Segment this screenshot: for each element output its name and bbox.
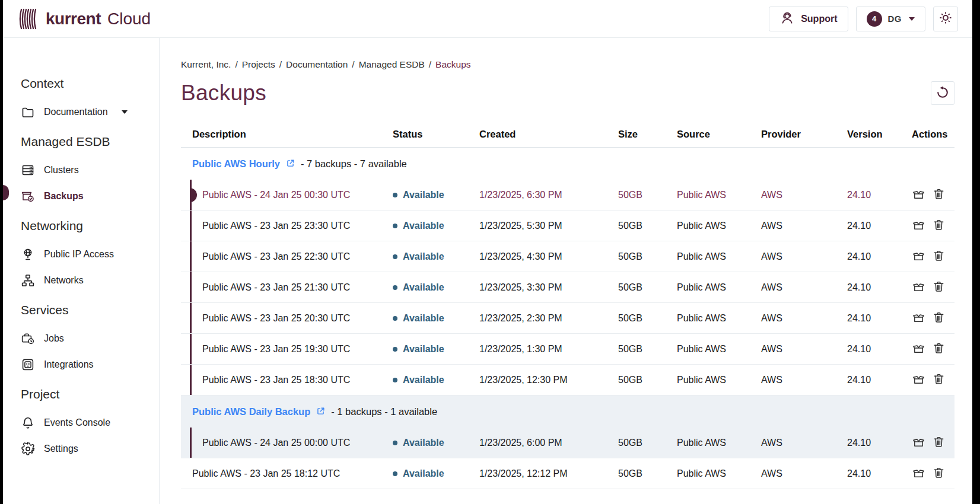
cell-actions xyxy=(912,249,954,264)
top-actions: Support 4 DG xyxy=(769,7,958,31)
table-row[interactable]: Public AWS - 23 Jan 25 20:30 UTCAvailabl… xyxy=(181,303,954,334)
cell-status: Available xyxy=(393,344,479,355)
status-dot xyxy=(393,347,397,352)
restore-backup-button[interactable] xyxy=(912,435,925,451)
status-dot xyxy=(393,471,397,476)
delete-backup-button[interactable] xyxy=(932,280,946,295)
cell-description: Public AWS - 24 Jan 25 00:30 UTC xyxy=(181,190,393,200)
backup-box-icon xyxy=(21,189,35,203)
layout: Context Documentation Managed ESDB xyxy=(3,38,972,504)
cell-provider: AWS xyxy=(761,344,847,355)
delete-backup-button[interactable] xyxy=(932,466,946,481)
table-row[interactable]: Public AWS - 23 Jan 25 21:30 UTCAvailabl… xyxy=(181,272,954,303)
sidebar-item-settings[interactable]: Settings xyxy=(21,441,153,457)
restore-backup-button[interactable] xyxy=(912,311,925,326)
theme-toggle-button[interactable] xyxy=(933,7,958,31)
sidebar-item-clusters[interactable]: Clusters xyxy=(21,162,153,178)
refresh-button[interactable] xyxy=(931,81,954,105)
cell-version: 24.10 xyxy=(847,251,912,262)
delete-backup-button[interactable] xyxy=(932,187,946,203)
sidebar-item-label: Events Console xyxy=(44,417,110,428)
restore-backup-button[interactable] xyxy=(912,372,925,388)
cell-created: 1/23/2025, 4:30 PM xyxy=(479,251,618,262)
sidebar-item-public-ip-access[interactable]: Public IP Access xyxy=(21,247,153,262)
cell-description: Public AWS - 24 Jan 25 00:00 UTC xyxy=(181,438,393,448)
brand-logo[interactable]: kurrent Cloud xyxy=(18,7,151,31)
sidebar-section-title: Services xyxy=(21,302,153,318)
group-indicator-bar xyxy=(190,272,192,302)
open-box-icon xyxy=(912,280,925,295)
trash-icon xyxy=(932,249,946,264)
user-menu-button[interactable]: 4 DG xyxy=(856,7,926,31)
sidebar-section-title: Networking xyxy=(21,218,153,234)
delete-backup-button[interactable] xyxy=(932,218,946,234)
notification-badge: 4 xyxy=(867,11,882,27)
cell-version: 24.10 xyxy=(847,282,912,293)
open-box-icon xyxy=(912,466,925,481)
sidebar-item-backups[interactable]: Backups xyxy=(21,189,153,204)
status-label: Available xyxy=(403,344,444,355)
sidebar-item-events-console[interactable]: Events Console xyxy=(21,415,153,430)
cell-actions xyxy=(912,342,954,357)
restore-backup-button[interactable] xyxy=(912,249,925,264)
cell-description: Public AWS - 23 Jan 25 18:12 UTC xyxy=(181,468,393,479)
chevron-down-icon xyxy=(909,17,915,21)
table-row[interactable]: Public AWS - 23 Jan 25 18:12 UTCAvailabl… xyxy=(181,458,954,489)
restore-backup-button[interactable] xyxy=(912,342,925,357)
support-headset-icon xyxy=(779,10,795,28)
sun-icon xyxy=(938,11,953,27)
cell-description: Public AWS - 23 Jan 25 23:30 UTC xyxy=(181,221,393,231)
support-label: Support xyxy=(801,14,837,24)
table-row[interactable]: Public AWS - 23 Jan 25 23:30 UTCAvailabl… xyxy=(181,210,954,241)
trash-icon xyxy=(932,342,946,357)
cell-description: Public AWS - 23 Jan 25 20:30 UTC xyxy=(181,313,393,324)
table-row[interactable]: Public AWS - 23 Jan 25 18:30 UTCAvailabl… xyxy=(181,365,954,395)
delete-backup-button[interactable] xyxy=(932,435,946,451)
breadcrumb-item[interactable]: Documentation xyxy=(286,59,348,69)
open-box-icon xyxy=(912,187,925,203)
delete-backup-button[interactable] xyxy=(932,372,946,388)
backup-group-link[interactable]: Public AWS Daily Backup xyxy=(192,406,310,417)
breadcrumb-item[interactable]: Kurrent, Inc. xyxy=(181,59,231,69)
cell-source: Public AWS xyxy=(677,251,761,262)
cell-source: Public AWS xyxy=(677,313,761,324)
title-row: Backups xyxy=(181,79,954,107)
delete-backup-button[interactable] xyxy=(932,249,946,264)
sidebar-section-title: Project xyxy=(21,387,153,402)
sidebar-item-jobs[interactable]: Jobs xyxy=(21,331,153,346)
group-summary: - 1 backups - 1 available xyxy=(331,406,437,417)
table-row[interactable]: Public AWS - 23 Jan 25 22:30 UTCAvailabl… xyxy=(181,241,954,272)
cell-actions xyxy=(912,280,954,295)
table-row[interactable]: Public AWS - 24 Jan 25 00:30 UTCAvailabl… xyxy=(181,180,954,210)
sidebar-item-integrations[interactable]: Integrations xyxy=(21,357,153,372)
table-row[interactable]: Public AWS - 23 Jan 25 19:30 UTCAvailabl… xyxy=(181,334,954,365)
cell-provider: AWS xyxy=(761,375,847,385)
restore-backup-button[interactable] xyxy=(912,280,925,295)
group-indicator-bar xyxy=(190,334,192,364)
breadcrumb-item[interactable]: Projects xyxy=(242,59,275,69)
sidebar-item-networks[interactable]: Networks xyxy=(21,273,153,288)
support-button[interactable]: Support xyxy=(769,7,848,31)
cell-size: 50GB xyxy=(618,344,677,355)
delete-backup-button[interactable] xyxy=(932,311,946,326)
cell-version: 24.10 xyxy=(847,438,912,448)
restore-backup-button[interactable] xyxy=(912,187,925,203)
restore-backup-button[interactable] xyxy=(912,466,925,481)
breadcrumb: Kurrent, Inc./Projects/Documentation/Man… xyxy=(181,59,954,70)
clusters-icon xyxy=(21,163,35,177)
cell-size: 50GB xyxy=(618,375,677,385)
sidebar-item-documentation[interactable]: Documentation xyxy=(21,104,153,120)
cell-created: 1/23/2025, 6:00 PM xyxy=(479,438,618,448)
table-row[interactable]: Public AWS - 24 Jan 25 00:00 UTCAvailabl… xyxy=(181,428,954,458)
gear-icon xyxy=(21,442,35,456)
backup-group-link[interactable]: Public AWS Hourly xyxy=(192,158,280,170)
cell-size: 50GB xyxy=(618,282,677,293)
group-indicator-bar xyxy=(190,303,192,333)
user-initials: DG xyxy=(888,14,902,24)
delete-backup-button[interactable] xyxy=(932,342,946,357)
trash-icon xyxy=(932,466,946,481)
sidebar-item-label: Networks xyxy=(44,275,84,286)
restore-backup-button[interactable] xyxy=(912,218,925,234)
cell-provider: AWS xyxy=(761,251,847,262)
breadcrumb-item[interactable]: Managed ESDB xyxy=(359,59,425,69)
